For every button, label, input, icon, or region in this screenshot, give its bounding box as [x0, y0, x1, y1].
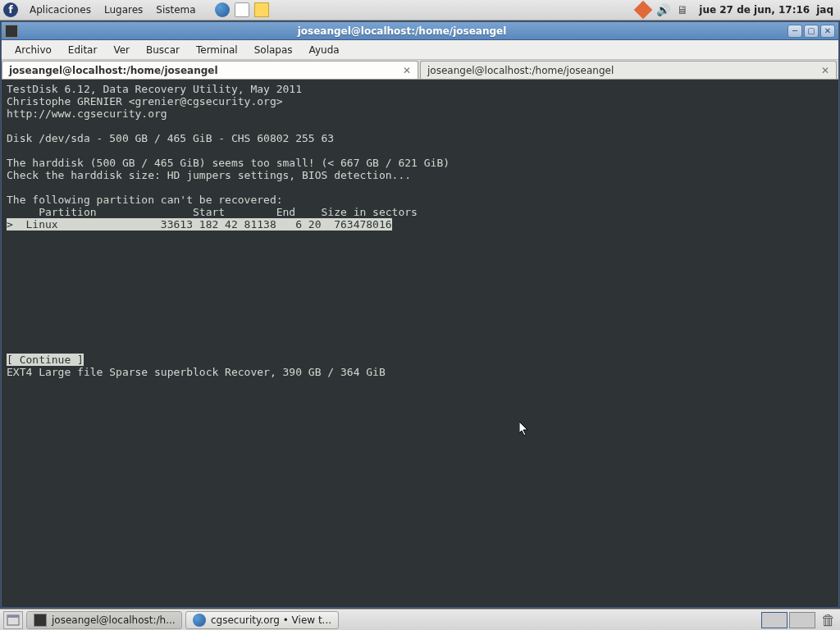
menu-terminal[interactable]: Terminal — [188, 42, 246, 58]
tab-bar: joseangel@localhost:/home/joseangel ✕ jo… — [2, 60, 838, 80]
tab-1[interactable]: joseangel@localhost:/home/joseangel ✕ — [2, 61, 418, 79]
text-line: http://www.cgsecurity.org — [7, 107, 167, 120]
launcher-notes-icon[interactable] — [254, 2, 269, 17]
firefox-icon — [193, 614, 206, 627]
tab-label: joseangel@localhost:/home/joseangel — [9, 65, 218, 76]
text-line: Disk /dev/sda - 500 GB / 465 GiB - CHS 6… — [7, 132, 334, 144]
tab-label: joseangel@localhost:/home/joseangel — [427, 65, 614, 76]
menu-buscar[interactable]: Buscar — [138, 42, 188, 58]
show-desktop-button[interactable] — [3, 611, 23, 629]
launcher-firefox-icon[interactable] — [215, 2, 230, 17]
scrollbar[interactable] — [827, 80, 838, 607]
menu-editar[interactable]: Editar — [60, 42, 106, 58]
tab-2[interactable]: joseangel@localhost:/home/joseangel ✕ — [420, 61, 837, 79]
workspace-2[interactable] — [789, 612, 815, 628]
window-icon — [5, 25, 18, 38]
taskbar-firefox[interactable]: cgsecurity.org • View t... — [185, 611, 339, 629]
text-line: Check the harddisk size: HD jumpers sett… — [7, 169, 411, 181]
taskbar-terminal[interactable]: joseangel@localhost:/h... — [26, 611, 182, 629]
menu-solapas[interactable]: Solapas — [246, 42, 301, 58]
trash-icon[interactable]: 🗑 — [820, 612, 837, 628]
continue-button[interactable]: [ Continue ] — [7, 354, 84, 366]
workspace-1[interactable] — [761, 612, 788, 628]
svg-rect-1 — [7, 615, 19, 618]
menu-ayuda[interactable]: Ayuda — [301, 42, 348, 58]
menu-archivo[interactable]: Archivo — [7, 42, 60, 58]
update-notifier-icon[interactable] — [636, 2, 651, 17]
titlebar[interactable]: joseangel@localhost:/home/joseangel ─ ▢ … — [2, 22, 838, 40]
terminal-icon — [34, 614, 47, 627]
tab-close-icon[interactable]: ✕ — [403, 65, 411, 76]
menu-ver[interactable]: Ver — [105, 42, 138, 58]
tab-close-icon[interactable]: ✕ — [821, 65, 829, 76]
maximize-button[interactable]: ▢ — [804, 25, 819, 38]
text-line: EXT4 Large file Sparse superblock Recove… — [7, 366, 386, 378]
minimize-button[interactable]: ─ — [788, 25, 802, 38]
top-panel: f Aplicaciones Lugares Sistema 🔊 🖥 jue 2… — [0, 0, 840, 21]
close-button[interactable]: ✕ — [820, 25, 835, 38]
text-line: The following partition can't be recover… — [7, 194, 283, 206]
menu-applications[interactable]: Aplicaciones — [23, 2, 98, 18]
launcher-mail-icon[interactable] — [235, 2, 249, 17]
window-title: joseangel@localhost:/home/joseangel — [18, 25, 786, 37]
user-menu[interactable]: jaq — [816, 4, 833, 16]
fedora-logo-icon[interactable]: f — [3, 2, 18, 17]
terminal-output[interactable]: TestDisk 6.12, Data Recovery Utility, Ma… — [2, 80, 838, 607]
text-line: TestDisk 6.12, Data Recovery Utility, Ma… — [7, 83, 302, 95]
clock[interactable]: jue 27 de jun, 17:16 — [699, 4, 810, 16]
menu-system[interactable]: Sistema — [149, 2, 202, 18]
partition-row-selected[interactable]: > Linux 33613 182 42 81138 6 20 76347801… — [7, 218, 392, 231]
volume-icon[interactable]: 🔊 — [655, 2, 670, 17]
text-line: The harddisk (500 GB / 465 GiB) seems to… — [7, 157, 450, 169]
menu-places[interactable]: Lugares — [98, 2, 149, 18]
network-icon[interactable]: 🖥 — [675, 2, 690, 17]
partition-header: Partition Start End Size in sectors — [7, 206, 418, 218]
text-line: Christophe GRENIER <grenier@cgsecurity.o… — [7, 95, 283, 107]
bottom-panel: joseangel@localhost:/h... cgsecurity.org… — [0, 609, 840, 630]
window-list-icon — [7, 614, 20, 626]
terminal-window: joseangel@localhost:/home/joseangel ─ ▢ … — [1, 21, 839, 608]
taskbar-label: cgsecurity.org • View t... — [211, 614, 331, 626]
menubar: Archivo Editar Ver Buscar Terminal Solap… — [2, 40, 838, 60]
taskbar-label: joseangel@localhost:/h... — [52, 614, 176, 626]
